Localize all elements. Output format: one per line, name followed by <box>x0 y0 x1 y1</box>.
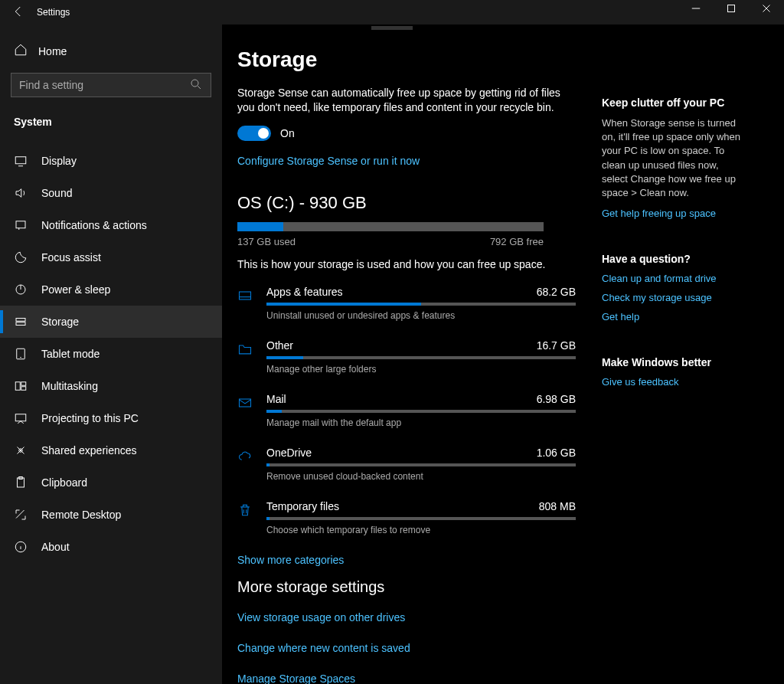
apps-icon <box>237 286 253 321</box>
cat-sub: Choose which temporary files to remove <box>266 525 576 535</box>
cat-sub: Manage other large folders <box>266 364 576 375</box>
nav-item-multitasking[interactable]: Multitasking <box>0 370 222 402</box>
cat-name: Mail <box>266 393 286 405</box>
get-help-freeing-space-link[interactable]: Get help freeing up space <box>602 208 747 219</box>
remote-desktop-icon <box>14 508 28 522</box>
nav-item-focus-assist[interactable]: Focus assist <box>0 241 222 273</box>
category-other[interactable]: Other16.7 GB Manage other large folders <box>237 339 576 375</box>
search-box[interactable] <box>11 73 211 97</box>
nav-item-sound[interactable]: Sound <box>0 177 222 209</box>
svg-point-1 <box>191 80 198 87</box>
search-input[interactable] <box>19 79 183 91</box>
multitasking-icon <box>14 379 28 393</box>
svg-rect-5 <box>16 319 25 322</box>
cat-name: Temporary files <box>266 500 339 512</box>
category-apps-features[interactable]: Apps & features68.2 GB Uninstall unused … <box>237 286 576 321</box>
search-icon <box>189 77 203 93</box>
clipboard-icon <box>14 476 28 489</box>
category-temporary-files[interactable]: Temporary files808 MB Choose which tempo… <box>237 500 576 535</box>
maximize-button[interactable] <box>714 0 749 25</box>
home-label: Home <box>38 45 67 57</box>
give-feedback-link[interactable]: Give us feedback <box>602 376 747 388</box>
page-title: Storage <box>237 47 576 72</box>
nav-label: Clipboard <box>41 476 87 489</box>
question-heading: Have a question? <box>602 253 747 265</box>
clutter-description: When Storage sense is turned on, it'll f… <box>602 116 747 200</box>
home-icon <box>14 43 28 59</box>
minimize-button[interactable] <box>678 0 714 25</box>
shared-experiences-icon <box>14 443 28 457</box>
tablet-icon <box>14 347 28 361</box>
category-mail[interactable]: Mail6.98 GB Manage mail with the default… <box>237 393 576 428</box>
nav-item-storage[interactable]: Storage <box>0 306 222 338</box>
svg-rect-16 <box>240 292 251 299</box>
svg-rect-0 <box>728 5 735 12</box>
power-icon <box>14 283 28 296</box>
nav-item-tablet-mode[interactable]: Tablet mode <box>0 338 222 370</box>
cat-name: OneDrive <box>266 447 312 459</box>
nav-label: Projecting to this PC <box>41 412 139 424</box>
get-help-link[interactable]: Get help <box>602 311 747 322</box>
nav-item-power-sleep[interactable]: Power & sleep <box>0 273 222 306</box>
nav-label: Display <box>41 155 77 167</box>
right-column: Keep clutter off your PC When Storage se… <box>576 43 766 653</box>
show-more-categories-link[interactable]: Show more categories <box>237 554 576 566</box>
nav-list: Display Sound Notifications & actions Fo… <box>0 145 222 563</box>
toggle-label: On <box>280 127 295 139</box>
drive-title: OS (C:) - 930 GB <box>237 193 576 213</box>
cat-name: Other <box>266 339 293 352</box>
svg-rect-17 <box>240 399 251 407</box>
storage-sense-toggle[interactable] <box>237 126 271 141</box>
display-icon <box>14 154 28 168</box>
svg-rect-2 <box>15 157 26 164</box>
svg-rect-8 <box>15 382 20 391</box>
manage-storage-spaces-link[interactable]: Manage Storage Spaces <box>237 673 576 684</box>
view-other-drives-link[interactable]: View storage usage on other drives <box>237 611 576 623</box>
nav-label: Tablet mode <box>41 348 100 360</box>
more-storage-settings-heading: More storage settings <box>237 578 576 596</box>
nav-item-remote-desktop[interactable]: Remote Desktop <box>0 499 222 531</box>
window-title: Settings <box>37 7 70 18</box>
nav-label: Multitasking <box>41 380 98 392</box>
category-onedrive[interactable]: OneDrive1.06 GB Remove unused cloud-back… <box>237 447 576 482</box>
svg-rect-10 <box>21 387 26 391</box>
nav-item-shared-experiences[interactable]: Shared experiences <box>0 434 222 466</box>
cat-size: 808 MB <box>539 500 576 512</box>
cat-size: 16.7 GB <box>537 339 576 352</box>
svg-rect-9 <box>21 382 26 386</box>
svg-rect-3 <box>16 221 25 228</box>
cat-size: 6.98 GB <box>537 393 576 405</box>
cat-size: 68.2 GB <box>537 286 576 298</box>
nav-label: About <box>41 541 70 553</box>
about-icon <box>14 540 28 554</box>
check-storage-usage-link[interactable]: Check my storage usage <box>602 292 747 303</box>
home-button[interactable]: Home <box>0 35 222 73</box>
nav-item-display[interactable]: Display <box>0 145 222 177</box>
storage-sense-description: Storage Sense can automatically free up … <box>237 86 576 115</box>
category-label: System <box>0 108 222 134</box>
main-content: Storage Storage Sense can automatically … <box>222 43 576 653</box>
sound-icon <box>14 186 28 200</box>
clean-format-drive-link[interactable]: Clean up and format drive <box>602 273 747 284</box>
close-button[interactable] <box>749 0 784 25</box>
nav-label: Shared experiences <box>41 444 137 457</box>
cloud-icon <box>237 447 253 482</box>
nav-label: Sound <box>41 187 72 199</box>
nav-label: Remote Desktop <box>41 509 121 521</box>
nav-item-notifications[interactable]: Notifications & actions <box>0 209 222 241</box>
nav-label: Storage <box>41 316 79 328</box>
svg-rect-6 <box>16 322 25 326</box>
cat-sub: Uninstall unused or undesired apps & fea… <box>266 310 576 321</box>
resize-grip[interactable] <box>371 26 413 30</box>
change-save-location-link[interactable]: Change where new content is saved <box>237 642 576 654</box>
svg-rect-11 <box>15 414 26 421</box>
configure-storage-sense-link[interactable]: Configure Storage Sense or run it now <box>237 155 576 167</box>
nav-item-projecting[interactable]: Projecting to this PC <box>0 402 222 434</box>
cat-size: 1.06 GB <box>537 447 576 459</box>
nav-item-clipboard[interactable]: Clipboard <box>0 466 222 499</box>
nav-item-about[interactable]: About <box>0 531 222 563</box>
storage-icon <box>14 315 28 329</box>
folder-icon <box>237 339 253 375</box>
titlebar: Settings <box>0 0 784 25</box>
back-button[interactable] <box>0 5 37 21</box>
